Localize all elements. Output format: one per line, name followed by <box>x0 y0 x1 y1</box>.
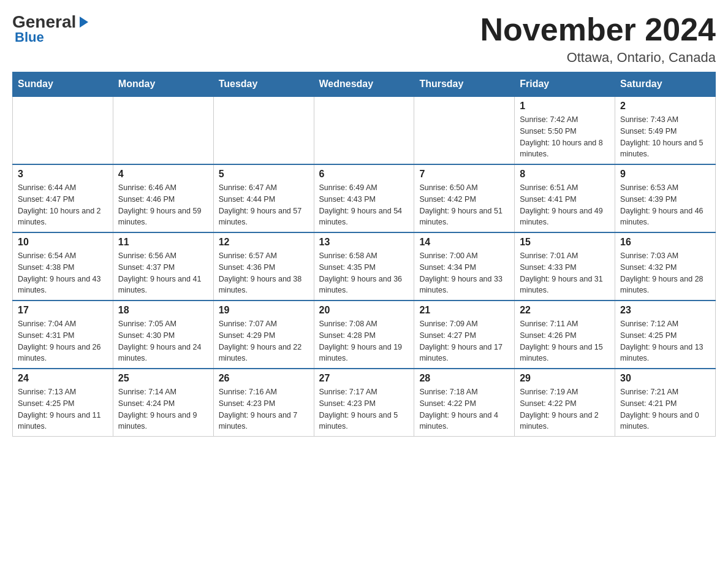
day-info: Sunrise: 7:01 AMSunset: 4:33 PMDaylight:… <box>520 250 610 296</box>
calendar-cell-w4-d2: 19Sunrise: 7:07 AMSunset: 4:29 PMDayligh… <box>213 301 314 369</box>
day-info: Sunrise: 7:42 AMSunset: 5:50 PMDaylight:… <box>520 114 610 160</box>
month-title: November 2024 <box>480 12 716 47</box>
day-number: 27 <box>319 373 409 384</box>
calendar-cell-w3-d5: 15Sunrise: 7:01 AMSunset: 4:33 PMDayligh… <box>515 232 615 301</box>
day-number: 2 <box>620 101 710 112</box>
logo-blue-text: Blue <box>15 29 44 45</box>
col-friday: Friday <box>515 72 615 97</box>
calendar-cell-w2-d3: 6Sunrise: 6:49 AMSunset: 4:43 PMDaylight… <box>314 164 414 232</box>
day-info: Sunrise: 7:07 AMSunset: 4:29 PMDaylight:… <box>219 318 309 364</box>
day-info: Sunrise: 6:50 AMSunset: 4:42 PMDaylight:… <box>419 182 509 228</box>
day-info: Sunrise: 7:17 AMSunset: 4:23 PMDaylight:… <box>319 386 409 432</box>
day-info: Sunrise: 6:47 AMSunset: 4:44 PMDaylight:… <box>219 182 309 228</box>
day-number: 6 <box>319 169 409 180</box>
calendar-cell-w4-d3: 20Sunrise: 7:08 AMSunset: 4:28 PMDayligh… <box>314 301 414 369</box>
calendar-week-5: 24Sunrise: 7:13 AMSunset: 4:25 PMDayligh… <box>13 369 716 437</box>
day-info: Sunrise: 7:05 AMSunset: 4:30 PMDaylight:… <box>118 318 208 364</box>
day-info: Sunrise: 7:13 AMSunset: 4:25 PMDaylight:… <box>18 386 108 432</box>
calendar-cell-w1-d3 <box>314 96 414 164</box>
day-number: 17 <box>18 305 108 316</box>
day-number: 29 <box>520 373 610 384</box>
day-number: 13 <box>319 237 409 248</box>
day-info: Sunrise: 7:19 AMSunset: 4:22 PMDaylight:… <box>520 386 610 432</box>
day-number: 16 <box>620 237 710 248</box>
day-number: 8 <box>520 169 610 180</box>
calendar-table: Sunday Monday Tuesday Wednesday Thursday… <box>12 72 716 437</box>
day-info: Sunrise: 6:57 AMSunset: 4:36 PMDaylight:… <box>219 250 309 296</box>
day-number: 11 <box>118 237 208 248</box>
calendar-cell-w1-d1 <box>113 96 213 164</box>
calendar-cell-w3-d2: 12Sunrise: 6:57 AMSunset: 4:36 PMDayligh… <box>213 232 314 301</box>
day-info: Sunrise: 6:53 AMSunset: 4:39 PMDaylight:… <box>620 182 710 228</box>
calendar-cell-w4-d0: 17Sunrise: 7:04 AMSunset: 4:31 PMDayligh… <box>13 301 113 369</box>
day-number: 15 <box>520 237 610 248</box>
day-number: 20 <box>319 305 409 316</box>
calendar-cell-w1-d6: 2Sunrise: 7:43 AMSunset: 5:49 PMDaylight… <box>615 96 716 164</box>
logo: General Blue <box>12 12 91 45</box>
calendar-cell-w1-d2 <box>213 96 314 164</box>
day-info: Sunrise: 7:12 AMSunset: 4:25 PMDaylight:… <box>620 318 710 364</box>
calendar-cell-w5-d0: 24Sunrise: 7:13 AMSunset: 4:25 PMDayligh… <box>13 369 113 437</box>
col-saturday: Saturday <box>615 72 716 97</box>
calendar-header-row: Sunday Monday Tuesday Wednesday Thursday… <box>13 72 716 97</box>
day-number: 30 <box>620 373 710 384</box>
calendar-cell-w2-d2: 5Sunrise: 6:47 AMSunset: 4:44 PMDaylight… <box>213 164 314 232</box>
day-info: Sunrise: 6:46 AMSunset: 4:46 PMDaylight:… <box>118 182 208 228</box>
day-info: Sunrise: 7:21 AMSunset: 4:21 PMDaylight:… <box>620 386 710 432</box>
day-number: 21 <box>419 305 509 316</box>
col-thursday: Thursday <box>414 72 515 97</box>
calendar-week-2: 3Sunrise: 6:44 AMSunset: 4:47 PMDaylight… <box>13 164 716 232</box>
calendar-cell-w4-d1: 18Sunrise: 7:05 AMSunset: 4:30 PMDayligh… <box>113 301 213 369</box>
day-info: Sunrise: 7:43 AMSunset: 5:49 PMDaylight:… <box>620 114 710 160</box>
day-number: 5 <box>219 169 309 180</box>
calendar-cell-w2-d0: 3Sunrise: 6:44 AMSunset: 4:47 PMDaylight… <box>13 164 113 232</box>
col-wednesday: Wednesday <box>314 72 414 97</box>
calendar-cell-w1-d4 <box>414 96 515 164</box>
day-info: Sunrise: 7:14 AMSunset: 4:24 PMDaylight:… <box>118 386 208 432</box>
calendar-cell-w2-d5: 8Sunrise: 6:51 AMSunset: 4:41 PMDaylight… <box>515 164 615 232</box>
col-monday: Monday <box>113 72 213 97</box>
calendar-cell-w3-d6: 16Sunrise: 7:03 AMSunset: 4:32 PMDayligh… <box>615 232 716 301</box>
calendar-cell-w3-d3: 13Sunrise: 6:58 AMSunset: 4:35 PMDayligh… <box>314 232 414 301</box>
calendar-cell-w4-d5: 22Sunrise: 7:11 AMSunset: 4:26 PMDayligh… <box>515 301 615 369</box>
day-number: 14 <box>419 237 509 248</box>
day-number: 19 <box>219 305 309 316</box>
calendar-cell-w5-d5: 29Sunrise: 7:19 AMSunset: 4:22 PMDayligh… <box>515 369 615 437</box>
calendar-cell-w2-d1: 4Sunrise: 6:46 AMSunset: 4:46 PMDaylight… <box>113 164 213 232</box>
day-info: Sunrise: 7:04 AMSunset: 4:31 PMDaylight:… <box>18 318 108 364</box>
title-block: November 2024 Ottawa, Ontario, Canada <box>480 12 716 66</box>
day-number: 7 <box>419 169 509 180</box>
day-info: Sunrise: 7:18 AMSunset: 4:22 PMDaylight:… <box>419 386 509 432</box>
logo-arrow-icon <box>77 15 91 31</box>
location-text: Ottawa, Ontario, Canada <box>480 50 716 66</box>
col-sunday: Sunday <box>13 72 113 97</box>
day-info: Sunrise: 6:56 AMSunset: 4:37 PMDaylight:… <box>118 250 208 296</box>
day-info: Sunrise: 7:00 AMSunset: 4:34 PMDaylight:… <box>419 250 509 296</box>
day-number: 24 <box>18 373 108 384</box>
calendar-cell-w3-d0: 10Sunrise: 6:54 AMSunset: 4:38 PMDayligh… <box>13 232 113 301</box>
day-number: 25 <box>118 373 208 384</box>
day-number: 12 <box>219 237 309 248</box>
day-number: 22 <box>520 305 610 316</box>
day-info: Sunrise: 7:11 AMSunset: 4:26 PMDaylight:… <box>520 318 610 364</box>
calendar-cell-w3-d1: 11Sunrise: 6:56 AMSunset: 4:37 PMDayligh… <box>113 232 213 301</box>
day-number: 23 <box>620 305 710 316</box>
calendar-cell-w2-d6: 9Sunrise: 6:53 AMSunset: 4:39 PMDaylight… <box>615 164 716 232</box>
day-number: 28 <box>419 373 509 384</box>
calendar-cell-w5-d2: 26Sunrise: 7:16 AMSunset: 4:23 PMDayligh… <box>213 369 314 437</box>
calendar-cell-w5-d3: 27Sunrise: 7:17 AMSunset: 4:23 PMDayligh… <box>314 369 414 437</box>
day-info: Sunrise: 6:49 AMSunset: 4:43 PMDaylight:… <box>319 182 409 228</box>
day-info: Sunrise: 6:54 AMSunset: 4:38 PMDaylight:… <box>18 250 108 296</box>
calendar-cell-w3-d4: 14Sunrise: 7:00 AMSunset: 4:34 PMDayligh… <box>414 232 515 301</box>
day-info: Sunrise: 6:44 AMSunset: 4:47 PMDaylight:… <box>18 182 108 228</box>
day-info: Sunrise: 7:03 AMSunset: 4:32 PMDaylight:… <box>620 250 710 296</box>
day-info: Sunrise: 7:16 AMSunset: 4:23 PMDaylight:… <box>219 386 309 432</box>
calendar-cell-w4-d4: 21Sunrise: 7:09 AMSunset: 4:27 PMDayligh… <box>414 301 515 369</box>
day-info: Sunrise: 7:08 AMSunset: 4:28 PMDaylight:… <box>319 318 409 364</box>
calendar-week-1: 1Sunrise: 7:42 AMSunset: 5:50 PMDaylight… <box>13 96 716 164</box>
page-header: General Blue November 2024 Ottawa, Ontar… <box>12 12 716 66</box>
svg-marker-0 <box>80 17 88 28</box>
calendar-cell-w5-d6: 30Sunrise: 7:21 AMSunset: 4:21 PMDayligh… <box>615 369 716 437</box>
day-info: Sunrise: 7:09 AMSunset: 4:27 PMDaylight:… <box>419 318 509 364</box>
col-tuesday: Tuesday <box>213 72 314 97</box>
